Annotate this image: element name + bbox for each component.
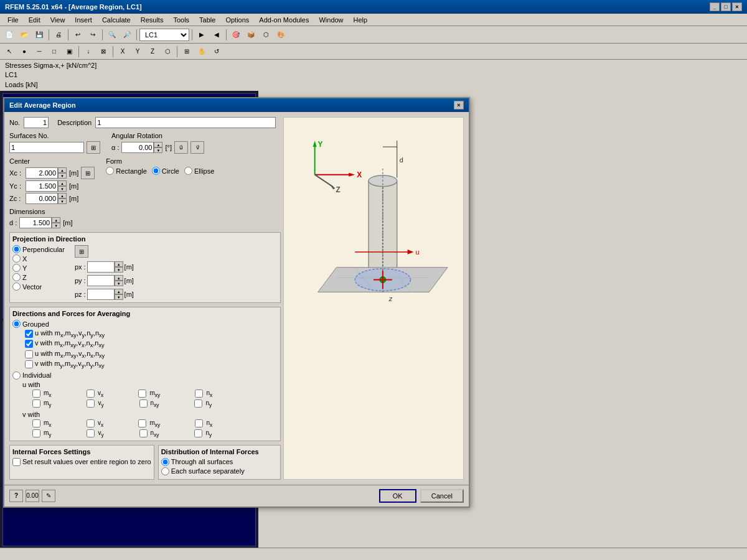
tb2-constraint[interactable]: ⊠ — [96, 45, 110, 58]
tb-render[interactable]: 🎯 — [229, 28, 243, 42]
chk-v-mxy-ind[interactable] — [138, 419, 146, 427]
tb-btn-a[interactable]: ▶ — [195, 28, 209, 42]
alpha-btn-1[interactable]: u⃗ — [174, 141, 188, 154]
proj-y-radio[interactable] — [12, 264, 21, 272]
menu-window[interactable]: Window — [314, 15, 348, 25]
tb-zoom-in[interactable]: 🔍 — [105, 28, 119, 42]
proj-vec-radio[interactable] — [12, 282, 21, 291]
pz-up[interactable]: ▲ — [115, 289, 123, 294]
dialog-close-btn[interactable]: × — [454, 101, 464, 110]
maximize-btn[interactable]: □ — [721, 2, 731, 11]
chk-u-nx-ind[interactable] — [195, 390, 203, 398]
chk-v-vx-ind[interactable] — [87, 419, 95, 427]
individual-radio[interactable] — [12, 371, 21, 380]
menu-view[interactable]: View — [45, 15, 70, 25]
load-case-dropdown[interactable]: LC1 — [139, 29, 189, 41]
check-v-my[interactable]: v with my,mxy,vy,ny,nxy — [25, 360, 278, 369]
tb-btn-b[interactable]: ◀ — [210, 28, 223, 42]
chk-v-vy-ind[interactable] — [87, 429, 95, 437]
chk-u-mx-ind[interactable] — [32, 390, 40, 398]
tb2-view-z[interactable]: Z — [146, 45, 159, 58]
xc-down[interactable]: ▼ — [58, 173, 67, 179]
d-up[interactable]: ▲ — [52, 217, 60, 223]
menu-calculate[interactable]: Calculate — [97, 15, 136, 25]
chk-u-my-ind[interactable] — [32, 399, 40, 408]
tb-wire[interactable]: ⬡ — [259, 28, 273, 42]
py-up[interactable]: ▲ — [115, 275, 123, 281]
proj-x-radio[interactable] — [12, 254, 21, 263]
menu-table[interactable]: Table — [194, 15, 220, 25]
alpha-btn-2[interactable]: v⃗ — [190, 141, 204, 154]
zero-region-check[interactable] — [12, 458, 21, 466]
zc-up[interactable]: ▲ — [58, 193, 67, 198]
tb2-node[interactable]: ● — [17, 45, 31, 58]
chk-v-mx[interactable] — [25, 340, 33, 348]
d-down[interactable]: ▼ — [52, 223, 60, 228]
chk-u-ny-ind[interactable] — [194, 399, 202, 408]
tb2-surface[interactable]: □ — [47, 45, 61, 58]
chk-u-mx[interactable] — [25, 350, 33, 358]
tb2-rotate[interactable]: ↺ — [210, 45, 223, 58]
form-rectangle-radio[interactable] — [106, 167, 114, 175]
dist-all-radio[interactable] — [161, 458, 169, 466]
tb2-view-y[interactable]: Y — [131, 45, 144, 58]
chk-v-ny-ind[interactable] — [194, 429, 202, 437]
pz-down[interactable]: ▼ — [115, 294, 123, 300]
proj-perp-radio[interactable] — [12, 245, 21, 253]
tb2-line[interactable]: ─ — [32, 45, 46, 58]
menu-help[interactable]: Help — [349, 15, 373, 25]
tb-redo[interactable]: ↪ — [86, 28, 100, 42]
ok-button[interactable]: OK — [379, 489, 416, 503]
alpha-spin-down[interactable]: ▼ — [154, 147, 162, 153]
yc-input[interactable] — [26, 180, 58, 192]
chk-u-vy-ind[interactable] — [87, 399, 95, 408]
form-circle-label[interactable]: Circle — [152, 167, 179, 175]
tb-zoom-out[interactable]: 🔎 — [120, 28, 134, 42]
alpha-spin-up[interactable]: ▲ — [154, 142, 162, 147]
grouped-radio-label[interactable]: Grouped — [12, 320, 278, 328]
form-ellipse-radio[interactable] — [184, 167, 192, 175]
chk-u-mxy-ind[interactable] — [138, 390, 146, 398]
surfaces-pick-btn[interactable]: ⊞ — [87, 141, 100, 154]
py-down[interactable]: ▼ — [115, 281, 123, 286]
form-circle-radio[interactable] — [152, 167, 160, 175]
tb-new[interactable]: 📄 — [2, 28, 16, 42]
dist-all-label[interactable]: Through all surfaces — [161, 458, 278, 466]
tb-color[interactable]: 🎨 — [274, 28, 288, 42]
tb2-load[interactable]: ↓ — [82, 45, 95, 58]
zero-icon-btn[interactable]: 0.00 — [26, 490, 39, 502]
tb-undo[interactable]: ↩ — [71, 28, 85, 42]
proj-vec-label[interactable]: Vector — [12, 282, 65, 291]
tb2-pan[interactable]: ✋ — [195, 45, 209, 58]
tb2-select[interactable]: ↖ — [2, 45, 16, 58]
xc-input[interactable] — [26, 167, 58, 179]
d-input[interactable] — [19, 217, 52, 228]
tb-print[interactable]: 🖨 — [52, 28, 65, 42]
tb-open[interactable]: 📂 — [17, 28, 31, 42]
alpha-input[interactable] — [121, 142, 154, 153]
check-u-my[interactable]: u with mx,mxy,vy,ny,nxy — [25, 329, 278, 338]
proj-y-label[interactable]: Y — [12, 264, 65, 272]
xc-up[interactable]: ▲ — [58, 167, 67, 173]
proj-z-label[interactable]: Z — [12, 273, 65, 281]
px-input[interactable] — [87, 261, 115, 273]
tb2-fit[interactable]: ⊞ — [180, 45, 194, 58]
edit-icon-btn[interactable]: ✎ — [42, 490, 55, 502]
dist-sep-label[interactable]: Each surface separately — [161, 467, 278, 475]
check-u-mx[interactable]: u with mx,mxy,vx,nx,nxy — [25, 350, 278, 359]
chk-v-nxy-ind[interactable] — [139, 429, 148, 437]
chk-u-my[interactable] — [25, 330, 33, 338]
menu-results[interactable]: Results — [136, 15, 169, 25]
tb-3d[interactable]: 📦 — [244, 28, 258, 42]
chk-v-mx-ind[interactable] — [32, 419, 40, 427]
proj-z-radio[interactable] — [12, 273, 21, 281]
xc-pick[interactable]: ⊞ — [81, 167, 95, 179]
tb-save[interactable]: 💾 — [32, 28, 46, 42]
menu-insert[interactable]: Insert — [70, 15, 97, 25]
chk-u-nxy-ind[interactable] — [139, 399, 148, 408]
proj-x-label[interactable]: X — [12, 254, 65, 263]
menu-edit[interactable]: Edit — [24, 15, 45, 25]
proj-perp-btn[interactable]: ⊞ — [75, 245, 88, 258]
help-icon-btn[interactable]: ? — [9, 490, 23, 502]
zero-region-label[interactable]: Set result values over entire region to … — [12, 458, 151, 466]
